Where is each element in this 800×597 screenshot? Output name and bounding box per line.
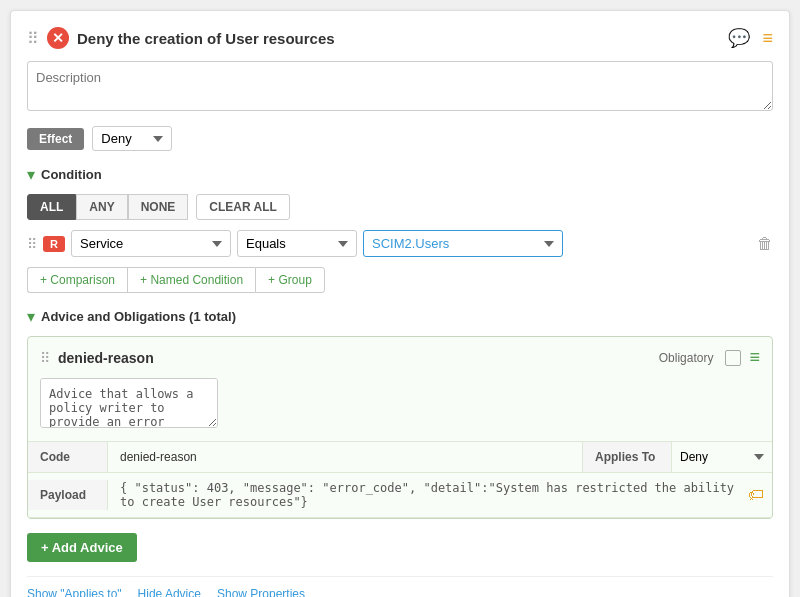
policy-title: Deny the creation of User resources (77, 30, 335, 47)
none-button[interactable]: NONE (128, 194, 189, 220)
chat-icon[interactable]: 💬 (728, 27, 750, 49)
condition-drag-icon[interactable]: ⠿ (27, 236, 37, 252)
header-right: 💬 ≡ (728, 27, 773, 49)
condition-toggle-group: ALL ANY NONE CLEAR ALL (27, 194, 773, 220)
footer-divider (27, 576, 773, 577)
code-row: Code denied-reason Applies To Deny (28, 442, 772, 473)
condition-delete-icon[interactable]: 🗑 (757, 235, 773, 253)
advice-menu-icon[interactable]: ≡ (749, 347, 760, 368)
effect-row: Effect Deny Permit (27, 126, 773, 151)
advice-collapse-icon[interactable]: ▾ (27, 307, 35, 326)
header-left: ⠿ ✕ Deny the creation of User resources (27, 27, 335, 49)
tag-icon[interactable]: 🏷 (748, 486, 772, 504)
card-header: ⠿ ✕ Deny the creation of User resources … (27, 27, 773, 49)
code-label: Code (28, 442, 108, 472)
advice-name: denied-reason (58, 350, 651, 366)
any-button[interactable]: ANY (76, 194, 127, 220)
close-x-icon: ✕ (52, 30, 64, 46)
effect-label: Effect (27, 128, 84, 150)
advice-item: ⠿ denied-reason Obligatory ≡ Advice that… (27, 336, 773, 519)
equals-select[interactable]: Equals (237, 230, 357, 257)
add-condition-buttons: + Comparison + Named Condition + Group (27, 267, 773, 293)
hide-advice-link[interactable]: Hide Advice (138, 587, 201, 597)
condition-collapse-icon[interactable]: ▾ (27, 165, 35, 184)
condition-section-header: ▾ Condition (27, 165, 773, 184)
close-button[interactable]: ✕ (47, 27, 69, 49)
all-button[interactable]: ALL (27, 194, 76, 220)
advice-section-title: Advice and Obligations (1 total) (41, 309, 236, 324)
advice-fields: Code denied-reason Applies To Deny Paylo… (28, 441, 772, 518)
condition-badge: R (43, 236, 65, 252)
footer-links: Show "Applies to" Hide Advice Show Prope… (27, 587, 773, 597)
advice-section-header: ▾ Advice and Obligations (1 total) (27, 307, 773, 326)
show-properties-link[interactable]: Show Properties (217, 587, 305, 597)
applies-to-label: Applies To (582, 442, 672, 472)
show-applies-to-link[interactable]: Show "Applies to" (27, 587, 122, 597)
advice-drag-icon[interactable]: ⠿ (40, 350, 50, 366)
value-select[interactable]: SCIM2.Users (363, 230, 563, 257)
obligatory-label: Obligatory (659, 351, 714, 365)
clear-all-button[interactable]: CLEAR ALL (196, 194, 290, 220)
service-select[interactable]: Service (71, 230, 231, 257)
payload-row: Payload { "status": 403, "message": "err… (28, 473, 772, 518)
add-group-button[interactable]: + Group (255, 267, 325, 293)
condition-section-title: Condition (41, 167, 102, 182)
drag-handle-icon[interactable]: ⠿ (27, 29, 39, 48)
obligatory-checkbox[interactable] (725, 350, 741, 366)
description-textarea[interactable] (27, 61, 773, 111)
policy-card: ⠿ ✕ Deny the creation of User resources … (10, 10, 790, 597)
applies-to-select[interactable]: Deny (672, 444, 772, 470)
effect-select[interactable]: Deny Permit (92, 126, 172, 151)
add-named-condition-button[interactable]: + Named Condition (127, 267, 255, 293)
payload-label: Payload (28, 480, 108, 510)
advice-item-header: ⠿ denied-reason Obligatory ≡ (28, 337, 772, 378)
condition-row: ⠿ R Service Equals SCIM2.Users 🗑 (27, 230, 773, 257)
add-advice-button[interactable]: + Add Advice (27, 533, 137, 562)
payload-value: { "status": 403, "message": "error_code"… (108, 473, 748, 517)
menu-icon[interactable]: ≡ (762, 28, 773, 49)
advice-description-textarea[interactable]: Advice that allows a policy writer to pr… (40, 378, 218, 428)
add-comparison-button[interactable]: + Comparison (27, 267, 127, 293)
code-value: denied-reason (108, 442, 582, 472)
